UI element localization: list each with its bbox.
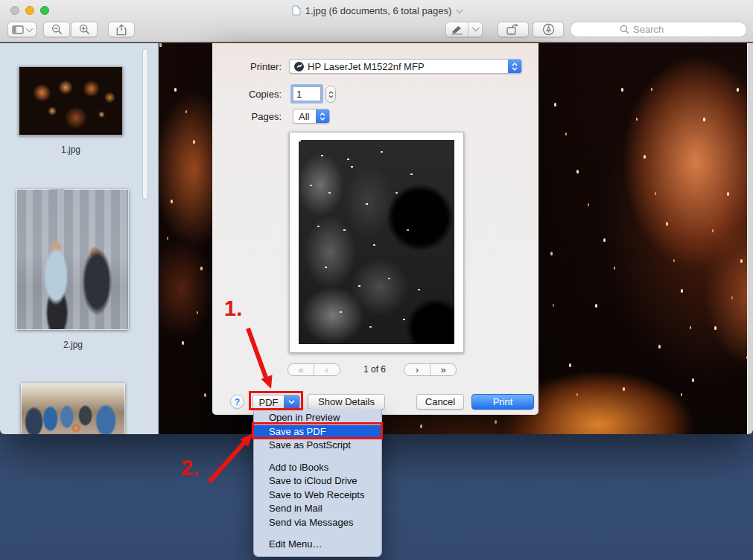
search-input[interactable] bbox=[633, 24, 722, 35]
search-field[interactable] bbox=[570, 22, 747, 37]
titlebar: 1.jpg (6 documents, 6 total pages) bbox=[0, 4, 753, 17]
thumbnail-1[interactable] bbox=[19, 66, 123, 136]
chevron-down-icon bbox=[288, 400, 295, 404]
thumbnail-3[interactable] bbox=[21, 383, 125, 434]
menu-item-save-to-icloud[interactable]: Save to iCloud Drive bbox=[254, 474, 381, 489]
menu-group-destinations: Add to iBooks Save to iCloud Drive Save … bbox=[254, 461, 381, 530]
pages-select[interactable]: All bbox=[293, 109, 330, 124]
print-preview-image bbox=[299, 140, 454, 344]
menu-item-add-to-ibooks[interactable]: Add to iBooks bbox=[254, 461, 381, 475]
share-icon bbox=[116, 24, 127, 36]
thumbnail-sidebar: 1.jpg 2.jpg bbox=[0, 43, 159, 434]
rotate-icon bbox=[506, 23, 521, 36]
search-icon bbox=[620, 25, 629, 34]
sidebar-scrollbar[interactable] bbox=[142, 48, 148, 200]
printer-label: Printer: bbox=[212, 61, 282, 72]
print-button[interactable]: Print bbox=[471, 394, 534, 410]
thumbnail-2[interactable] bbox=[16, 189, 129, 330]
zoom-in-button[interactable] bbox=[71, 22, 98, 37]
document-icon bbox=[292, 5, 301, 16]
pages-label: Pages: bbox=[212, 111, 282, 122]
printer-value: HP LaserJet M1522nf MFP bbox=[308, 61, 425, 72]
page-status: 1 of 6 bbox=[345, 364, 404, 375]
zoom-out-icon bbox=[51, 24, 63, 35]
menu-separator bbox=[254, 453, 381, 461]
annotation-step-2: 2. bbox=[181, 456, 199, 480]
copies-label: Copies: bbox=[212, 89, 282, 100]
page-nav-forward-group: › » bbox=[404, 363, 457, 376]
thumbnail-2-label: 2.jpg bbox=[21, 340, 125, 350]
spark-embers bbox=[159, 43, 161, 46]
chevron-down-icon bbox=[472, 24, 480, 31]
window-title: 1.jpg (6 documents, 6 total pages) bbox=[305, 5, 452, 16]
window-chrome: 1.jpg (6 documents, 6 total pages) bbox=[0, 0, 753, 42]
desktop: { "window": { "title": "1.jpg (6 documen… bbox=[0, 0, 753, 560]
markup-toolbar-button[interactable] bbox=[533, 22, 564, 37]
pages-value: All bbox=[299, 111, 309, 122]
window-content: 1.jpg 2.jpg Printer: HP LaserJet M1522nf… bbox=[0, 43, 753, 434]
pdf-dropdown-button[interactable]: PDF bbox=[252, 395, 300, 410]
chevron-down-icon bbox=[26, 25, 34, 32]
thumbnail-1-label: 1.jpg bbox=[19, 144, 123, 155]
preview-window: 1.jpg (6 documents, 6 total pages) bbox=[0, 0, 753, 434]
pdf-dropdown-menu: Open in Preview Save as PDF Save as Post… bbox=[253, 409, 382, 557]
next-page-button[interactable]: › bbox=[404, 364, 430, 375]
segment-divider bbox=[468, 22, 468, 36]
pages-stepper bbox=[316, 109, 329, 123]
menu-item-save-as-postscript[interactable]: Save as PostScript bbox=[254, 439, 381, 453]
cancel-button[interactable]: Cancel bbox=[416, 394, 464, 410]
copies-input[interactable] bbox=[293, 86, 321, 101]
zoom-in-icon bbox=[79, 24, 90, 35]
copies-stepper[interactable] bbox=[325, 86, 336, 103]
sidebar-view-button[interactable] bbox=[7, 22, 36, 37]
printer-select[interactable]: HP LaserJet M1522nf MFP bbox=[289, 59, 522, 74]
menu-item-open-in-preview[interactable]: Open in Preview bbox=[254, 411, 381, 425]
show-details-button[interactable]: Show Details bbox=[308, 394, 385, 410]
confetti-specks bbox=[299, 140, 301, 141]
menu-group-export: Open in Preview Save as PDF Save as Post… bbox=[254, 411, 381, 453]
menu-group-edit: Edit Menu… bbox=[254, 538, 381, 552]
menu-separator bbox=[254, 529, 381, 538]
menu-item-send-in-mail[interactable]: Send in Mail bbox=[254, 502, 381, 516]
menu-item-edit-menu[interactable]: Edit Menu… bbox=[254, 538, 381, 552]
page-nav-back-group: « ‹ bbox=[287, 363, 340, 376]
menu-item-save-to-web-receipts[interactable]: Save to Web Receipts bbox=[254, 489, 381, 503]
last-page-button[interactable]: » bbox=[430, 364, 456, 375]
pen-icon bbox=[450, 25, 464, 35]
pdf-button-label: PDF bbox=[253, 395, 284, 409]
pdf-button-chevron bbox=[284, 395, 299, 409]
share-button[interactable] bbox=[108, 22, 135, 37]
menu-item-save-as-pdf[interactable]: Save as PDF bbox=[254, 425, 381, 439]
printer-status-icon bbox=[294, 62, 304, 71]
prev-page-button[interactable]: ‹ bbox=[314, 364, 340, 375]
pen-circle-icon bbox=[542, 23, 555, 36]
help-button[interactable]: ? bbox=[230, 395, 244, 409]
printer-stepper bbox=[508, 60, 521, 73]
print-preview-page bbox=[289, 132, 464, 353]
sidebar-icon bbox=[12, 25, 24, 34]
rotate-left-button[interactable] bbox=[498, 22, 529, 37]
title-chevron-icon[interactable] bbox=[456, 6, 463, 13]
print-dialog: Printer: HP LaserJet M1522nf MFP Copies:… bbox=[212, 43, 538, 415]
zoom-out-button[interactable] bbox=[43, 22, 70, 37]
first-page-button[interactable]: « bbox=[288, 364, 314, 375]
menu-item-send-via-messages[interactable]: Send via Messages bbox=[254, 516, 381, 530]
main-scrollbar[interactable] bbox=[747, 43, 753, 434]
markup-pen-button[interactable] bbox=[445, 22, 483, 37]
arrow-2-head bbox=[240, 433, 252, 447]
